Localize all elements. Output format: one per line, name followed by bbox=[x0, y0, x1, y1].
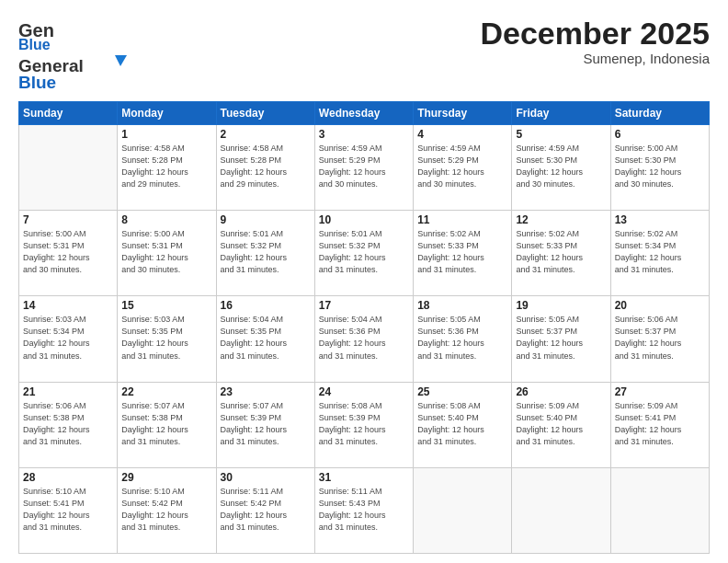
calendar-cell: 7Sunrise: 5:00 AM Sunset: 5:31 PM Daylig… bbox=[19, 211, 118, 296]
calendar-cell bbox=[414, 467, 512, 553]
day-number: 8 bbox=[121, 213, 211, 226]
calendar-table: SundayMondayTuesdayWednesdayThursdayFrid… bbox=[18, 101, 710, 554]
day-info: Sunrise: 4:59 AM Sunset: 5:30 PM Dayligh… bbox=[516, 143, 606, 190]
day-info: Sunrise: 5:06 AM Sunset: 5:37 PM Dayligh… bbox=[615, 314, 705, 362]
calendar-cell: 18Sunrise: 5:05 AM Sunset: 5:36 PM Dayli… bbox=[414, 296, 512, 382]
calendar-cell: 31Sunrise: 5:11 AM Sunset: 5:43 PM Dayli… bbox=[314, 467, 413, 553]
calendar-cell: 25Sunrise: 5:08 AM Sunset: 5:40 PM Dayli… bbox=[414, 382, 512, 467]
day-info: Sunrise: 4:59 AM Sunset: 5:29 PM Dayligh… bbox=[417, 143, 507, 190]
day-number: 14 bbox=[23, 299, 113, 312]
calendar-cell: 10Sunrise: 5:01 AM Sunset: 5:32 PM Dayli… bbox=[314, 211, 413, 296]
day-info: Sunrise: 5:07 AM Sunset: 5:39 PM Dayligh… bbox=[221, 400, 311, 448]
calendar-week-row: 21Sunrise: 5:06 AM Sunset: 5:38 PM Dayli… bbox=[19, 382, 710, 467]
calendar-cell: 9Sunrise: 5:01 AM Sunset: 5:32 PM Daylig… bbox=[216, 211, 314, 296]
day-info: Sunrise: 5:03 AM Sunset: 5:34 PM Dayligh… bbox=[23, 314, 113, 362]
weekday-header: Friday bbox=[512, 102, 610, 125]
day-number: 20 bbox=[615, 299, 705, 312]
calendar-cell bbox=[19, 125, 118, 211]
day-number: 15 bbox=[121, 299, 211, 312]
day-number: 7 bbox=[23, 213, 113, 226]
day-number: 12 bbox=[516, 213, 606, 226]
day-info: Sunrise: 5:09 AM Sunset: 5:41 PM Dayligh… bbox=[615, 400, 705, 448]
svg-text:Blue: Blue bbox=[18, 37, 51, 52]
day-number: 24 bbox=[319, 385, 409, 398]
day-number: 11 bbox=[417, 213, 507, 226]
calendar-cell: 17Sunrise: 5:04 AM Sunset: 5:36 PM Dayli… bbox=[314, 296, 413, 382]
day-info: Sunrise: 5:02 AM Sunset: 5:33 PM Dayligh… bbox=[516, 228, 606, 276]
day-info: Sunrise: 4:58 AM Sunset: 5:28 PM Dayligh… bbox=[221, 143, 311, 190]
weekday-header-row: SundayMondayTuesdayWednesdayThursdayFrid… bbox=[19, 102, 710, 125]
title-block: December 2025 Sumenep, Indonesia bbox=[480, 17, 710, 66]
day-info: Sunrise: 5:05 AM Sunset: 5:37 PM Dayligh… bbox=[516, 314, 606, 362]
day-info: Sunrise: 5:03 AM Sunset: 5:35 PM Dayligh… bbox=[121, 314, 211, 362]
calendar-cell: 22Sunrise: 5:07 AM Sunset: 5:38 PM Dayli… bbox=[118, 382, 216, 467]
calendar-cell bbox=[512, 467, 610, 553]
day-info: Sunrise: 5:08 AM Sunset: 5:39 PM Dayligh… bbox=[319, 400, 409, 448]
calendar-cell: 27Sunrise: 5:09 AM Sunset: 5:41 PM Dayli… bbox=[610, 382, 709, 467]
day-info: Sunrise: 5:07 AM Sunset: 5:38 PM Dayligh… bbox=[121, 400, 211, 448]
calendar-cell: 21Sunrise: 5:06 AM Sunset: 5:38 PM Dayli… bbox=[19, 382, 118, 467]
day-info: Sunrise: 5:00 AM Sunset: 5:31 PM Dayligh… bbox=[23, 228, 113, 276]
day-number: 23 bbox=[221, 385, 311, 398]
day-info: Sunrise: 5:05 AM Sunset: 5:36 PM Dayligh… bbox=[417, 314, 507, 362]
page: General Blue General Blue December 2025 … bbox=[0, 0, 728, 563]
day-info: Sunrise: 5:02 AM Sunset: 5:34 PM Dayligh… bbox=[615, 228, 705, 276]
day-info: Sunrise: 5:10 AM Sunset: 5:42 PM Dayligh… bbox=[121, 486, 211, 534]
day-info: Sunrise: 5:04 AM Sunset: 5:36 PM Dayligh… bbox=[319, 314, 409, 362]
svg-text:Blue: Blue bbox=[18, 73, 56, 92]
day-info: Sunrise: 5:09 AM Sunset: 5:40 PM Dayligh… bbox=[516, 400, 606, 448]
day-number: 26 bbox=[516, 385, 606, 398]
day-number: 31 bbox=[319, 471, 409, 484]
day-number: 25 bbox=[417, 385, 507, 398]
day-number: 21 bbox=[23, 385, 113, 398]
day-number: 3 bbox=[319, 128, 409, 141]
day-info: Sunrise: 5:00 AM Sunset: 5:30 PM Dayligh… bbox=[615, 143, 705, 190]
day-number: 6 bbox=[615, 128, 705, 141]
day-number: 17 bbox=[319, 299, 409, 312]
calendar-cell: 13Sunrise: 5:02 AM Sunset: 5:34 PM Dayli… bbox=[610, 211, 709, 296]
calendar-cell: 29Sunrise: 5:10 AM Sunset: 5:42 PM Dayli… bbox=[118, 467, 216, 553]
svg-marker-4 bbox=[115, 55, 127, 66]
day-info: Sunrise: 5:06 AM Sunset: 5:38 PM Dayligh… bbox=[23, 400, 113, 448]
calendar-cell: 11Sunrise: 5:02 AM Sunset: 5:33 PM Dayli… bbox=[414, 211, 512, 296]
day-number: 27 bbox=[615, 385, 705, 398]
day-number: 16 bbox=[221, 299, 311, 312]
calendar-week-row: 28Sunrise: 5:10 AM Sunset: 5:41 PM Dayli… bbox=[19, 467, 710, 553]
weekday-header: Wednesday bbox=[314, 102, 413, 125]
day-number: 28 bbox=[23, 471, 113, 484]
day-info: Sunrise: 5:11 AM Sunset: 5:43 PM Dayligh… bbox=[319, 486, 409, 534]
day-number: 13 bbox=[615, 213, 705, 226]
calendar-cell: 23Sunrise: 5:07 AM Sunset: 5:39 PM Dayli… bbox=[216, 382, 314, 467]
calendar-cell: 14Sunrise: 5:03 AM Sunset: 5:34 PM Dayli… bbox=[19, 296, 118, 382]
calendar-cell: 26Sunrise: 5:09 AM Sunset: 5:40 PM Dayli… bbox=[512, 382, 610, 467]
calendar-cell: 20Sunrise: 5:06 AM Sunset: 5:37 PM Dayli… bbox=[610, 296, 709, 382]
calendar-cell: 5Sunrise: 4:59 AM Sunset: 5:30 PM Daylig… bbox=[512, 125, 610, 211]
day-number: 1 bbox=[121, 128, 211, 141]
day-number: 4 bbox=[417, 128, 507, 141]
calendar-cell: 12Sunrise: 5:02 AM Sunset: 5:33 PM Dayli… bbox=[512, 211, 610, 296]
calendar-cell: 2Sunrise: 4:58 AM Sunset: 5:28 PM Daylig… bbox=[216, 125, 314, 211]
calendar-cell: 24Sunrise: 5:08 AM Sunset: 5:39 PM Dayli… bbox=[314, 382, 413, 467]
subtitle: Sumenep, Indonesia bbox=[480, 51, 710, 66]
day-number: 2 bbox=[221, 128, 311, 141]
calendar-cell: 30Sunrise: 5:11 AM Sunset: 5:42 PM Dayli… bbox=[216, 467, 314, 553]
calendar-cell: 28Sunrise: 5:10 AM Sunset: 5:41 PM Dayli… bbox=[19, 467, 118, 553]
weekday-header: Tuesday bbox=[216, 102, 314, 125]
day-info: Sunrise: 5:11 AM Sunset: 5:42 PM Dayligh… bbox=[221, 486, 311, 534]
day-info: Sunrise: 5:04 AM Sunset: 5:35 PM Dayligh… bbox=[221, 314, 311, 362]
day-info: Sunrise: 5:02 AM Sunset: 5:33 PM Dayligh… bbox=[417, 228, 507, 276]
calendar-cell: 8Sunrise: 5:00 AM Sunset: 5:31 PM Daylig… bbox=[118, 211, 216, 296]
day-number: 18 bbox=[417, 299, 507, 312]
calendar-week-row: 7Sunrise: 5:00 AM Sunset: 5:31 PM Daylig… bbox=[19, 211, 710, 296]
calendar-cell: 1Sunrise: 4:58 AM Sunset: 5:28 PM Daylig… bbox=[118, 125, 216, 211]
month-title: December 2025 bbox=[480, 17, 710, 51]
weekday-header: Sunday bbox=[19, 102, 118, 125]
header: General Blue General Blue December 2025 … bbox=[18, 17, 710, 92]
day-number: 19 bbox=[516, 299, 606, 312]
calendar-cell: 15Sunrise: 5:03 AM Sunset: 5:35 PM Dayli… bbox=[118, 296, 216, 382]
calendar-week-row: 14Sunrise: 5:03 AM Sunset: 5:34 PM Dayli… bbox=[19, 296, 710, 382]
calendar-cell: 6Sunrise: 5:00 AM Sunset: 5:30 PM Daylig… bbox=[610, 125, 709, 211]
day-number: 30 bbox=[221, 471, 311, 484]
day-info: Sunrise: 4:59 AM Sunset: 5:29 PM Dayligh… bbox=[319, 143, 409, 190]
calendar-week-row: 1Sunrise: 4:58 AM Sunset: 5:28 PM Daylig… bbox=[19, 125, 710, 211]
